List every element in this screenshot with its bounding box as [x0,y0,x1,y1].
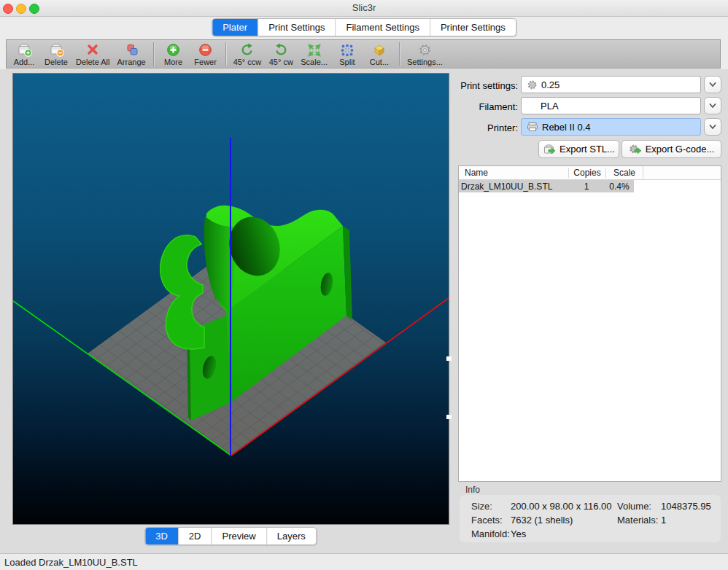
tab-plater[interactable]: Plater [212,19,257,36]
view-tab-layers[interactable]: Layers [266,528,316,544]
splitter-handle-dot[interactable] [446,356,452,361]
delete-all-icon [85,42,100,57]
info-section-title: Info [465,485,480,495]
table-row[interactable]: Drzak_LM10UU_B.STL 1 0.4% [459,180,634,192]
toolbar-separator [399,42,400,66]
status-bar: Loaded Drzak_LM10UU_B.STL [0,553,728,570]
info-volume-label: Volume: [617,501,651,512]
info-size-value: 200.00 x 98.00 x 116.00 [511,501,612,512]
chevron-down-icon [708,79,718,90]
scale-button[interactable]: Scale... [297,41,331,67]
info-facets-label: Facets: [471,515,503,526]
export-stl-button[interactable]: Export STL... [538,140,619,158]
printer-value: Rebel II 0.4 [542,122,591,133]
column-header-filler [643,166,721,179]
title-bar: Slic3r [0,0,728,17]
cut-button[interactable]: Cut... [363,41,395,67]
objects-table[interactable]: Name Copies Scale Drzak_LM10UU_B.STL 1 0… [458,165,721,482]
print-settings-select[interactable]: 0.25 [521,76,701,93]
rotate-ccw-button[interactable]: 45° ccw [230,41,266,67]
delete-object-icon [48,42,64,57]
view-tab-3d[interactable]: 3D [145,528,178,544]
cell-object-scale: 0.4% [605,181,634,192]
export-gcode-button[interactable]: Export G-code... [621,140,721,158]
gear-icon [527,79,538,90]
delete-all-button[interactable]: Delete All [72,41,113,67]
info-size-label: Size: [471,501,492,512]
print-settings-dropdown-button[interactable] [704,76,721,93]
rotate-ccw-icon [240,42,254,57]
settings-button[interactable]: Settings... [403,41,446,67]
add-object-icon [16,42,32,57]
cell-object-copies: 1 [568,181,605,192]
split-button[interactable]: Split [331,41,363,67]
export-stl-label: Export STL... [559,144,615,155]
delete-button[interactable]: Delete [40,41,72,67]
split-icon [341,42,354,57]
scale-icon [308,42,321,57]
export-gcode-label: Export G-code... [646,144,715,155]
tab-print-settings[interactable]: Print Settings [257,19,335,36]
printer-select[interactable]: Rebel II 0.4 [521,118,701,136]
info-facets-value: 7632 (1 shells) [511,515,573,526]
info-manifold-label: Manifold: [471,528,510,539]
cell-object-name: Drzak_LM10UU_B.STL [459,181,568,192]
cut-icon [372,42,387,57]
info-volume-value: 1048375.95 [661,501,711,512]
toolbar-separator [153,42,154,66]
toolbar-separator [225,42,226,66]
status-message: Loaded Drzak_LM10UU_B.STL [4,557,138,568]
fewer-copies-icon [198,42,212,57]
main-tab-bar: Plater Print Settings Filament Settings … [0,17,728,39]
print-settings-label: Print settings: [451,80,518,91]
column-header-copies[interactable]: Copies [568,168,605,178]
info-manifold-value: Yes [511,528,526,539]
arrange-button[interactable]: Arrange [113,41,149,67]
printer-dropdown-button[interactable] [704,118,721,136]
export-stl-icon [543,144,556,155]
app-window: Slic3r Plater Print Settings Filament Se… [0,0,728,570]
column-header-scale[interactable]: Scale [605,168,643,178]
info-materials-label: Materials: [617,515,658,526]
printer-icon [527,122,538,132]
filament-select[interactable]: PLA [521,97,701,114]
filament-label: Filament: [451,101,518,112]
view-tab-bar: 3D 2D Preview Layers [144,527,317,545]
window-title: Slic3r [0,2,728,13]
3d-viewport[interactable] [12,73,449,525]
settings-gear-icon [418,42,432,57]
view-tab-preview[interactable]: Preview [211,528,266,544]
chevron-down-icon [708,122,718,132]
tab-filament-settings[interactable]: Filament Settings [335,19,429,36]
splitter-handle-dot[interactable] [446,415,452,419]
rotate-cw-button[interactable]: 45° cw [265,41,297,67]
view-tab-2d[interactable]: 2D [178,528,212,544]
toolbar: Add... Delete Delete All [6,39,721,69]
info-panel: Size: 200.00 x 98.00 x 116.00 Volume: 10… [460,495,721,542]
table-header: Name Copies Scale [459,166,721,180]
filament-dropdown-button[interactable] [704,97,721,114]
info-materials-value: 1 [661,515,666,526]
chevron-down-icon [708,101,718,111]
add-button[interactable]: Add... [8,41,40,67]
column-header-name[interactable]: Name [459,168,568,178]
fewer-button[interactable]: Fewer [190,41,222,67]
3d-viewport-canvas [13,74,449,524]
printer-label: Printer: [451,122,518,133]
filament-value: PLA [541,101,559,112]
arrange-icon [124,42,139,57]
rotate-cw-icon [274,42,288,57]
print-settings-value: 0.25 [541,79,559,90]
tab-printer-settings[interactable]: Printer Settings [430,19,516,36]
more-copies-icon [166,42,180,57]
export-gcode-icon [629,144,642,155]
more-button[interactable]: More [158,41,190,67]
